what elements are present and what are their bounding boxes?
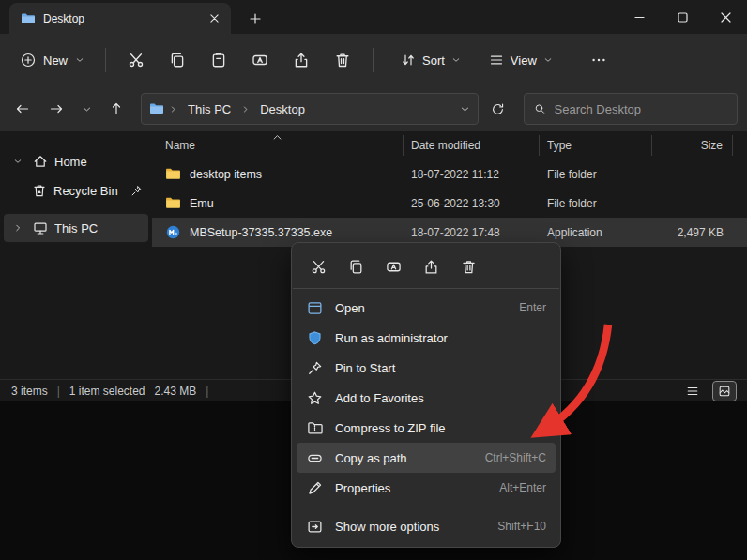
pin-icon [130,185,143,197]
close-button[interactable] [704,0,747,34]
new-tab-button[interactable] [244,8,267,30]
folder-tab-icon [21,11,36,26]
maximize-button[interactable] [661,0,704,34]
context-menu-item-add-to-favorites[interactable]: Add to Favorites [297,383,556,413]
file-name: MBSetup-37335.37335.exe [190,226,332,239]
arrow-up-icon [109,101,124,116]
sidebar-gap [0,205,152,213]
column-header-size[interactable]: Size [652,135,733,156]
context-menu-item-compress-to-zip[interactable]: Compress to ZIP file [297,413,556,443]
file-size [652,159,733,189]
close-icon [721,12,731,23]
context-menu-item-properties[interactable]: Properties Alt+Enter [297,473,556,503]
sort-icon [401,53,416,68]
refresh-button[interactable] [482,94,512,124]
context-menu-icon-row [292,247,560,287]
menu-item-label: Compress to ZIP file [335,421,534,435]
chevron-right-icon [241,105,250,114]
selection-count: 1 item selected [69,385,145,398]
plus-circle-icon [21,53,36,68]
pin-icon [306,360,323,376]
context-menu-item-pin-to-start[interactable]: Pin to Start [297,353,556,383]
chevron-down-icon [13,157,23,166]
share-button[interactable] [281,41,322,79]
cut-button[interactable] [115,41,157,79]
cut-button[interactable] [303,251,334,281]
paste-icon [210,52,227,68]
navigation-bar: This PC Desktop [0,86,747,131]
details-view-button[interactable] [681,382,704,401]
folder-icon [165,166,181,182]
large-icons-view-button[interactable] [713,382,736,401]
copy-icon [348,259,364,275]
share-button[interactable] [416,251,447,281]
column-header-date-modified[interactable]: Date modified [404,135,540,156]
monitor-icon [33,220,48,235]
search-box[interactable] [524,93,738,125]
file-name: Emu [190,197,214,210]
forward-button[interactable] [41,94,71,124]
up-button[interactable] [101,94,131,124]
paste-button[interactable] [198,41,239,79]
open-icon [306,300,323,316]
shield-icon [306,330,323,346]
rename-button[interactable] [378,251,409,281]
sidebar-item-home[interactable]: Home [4,147,148,175]
desktop-background: Desktop [0,0,747,560]
back-button[interactable] [8,94,38,124]
breadcrumb-desktop[interactable]: Desktop [254,99,311,119]
chevron-down-icon [75,55,84,65]
explorer-tab[interactable]: Desktop [9,3,231,34]
delete-button[interactable] [453,251,484,281]
view-dropdown[interactable]: View [479,44,563,76]
context-menu: Open Enter Run as administrator Pin to S… [291,242,561,548]
copy-path-icon [306,450,323,466]
home-icon [33,154,48,169]
tab-close-button[interactable] [203,8,225,30]
trash-icon [461,259,477,275]
context-menu-item-run-as-administrator[interactable]: Run as administrator [297,323,556,353]
file-row[interactable]: desktop items 18-07-2022 11:12 File fold… [152,159,747,189]
file-row[interactable]: Emu 25-06-2022 13:30 File folder [152,189,747,218]
more-options-button[interactable] [580,41,617,79]
menu-item-label: Open [335,301,507,315]
rename-button[interactable] [239,41,281,79]
sidebar-item-this-pc[interactable]: This PC [4,214,148,242]
maximize-icon [678,12,688,23]
item-count: 3 items [11,385,48,398]
sort-dropdown[interactable]: Sort [390,44,471,76]
context-menu-item-copy-as-path[interactable]: Copy as path Ctrl+Shift+C [297,443,556,473]
search-input[interactable] [555,102,727,116]
file-name: desktop items [190,168,262,181]
status-separator: | [57,385,60,398]
copy-button[interactable] [341,251,372,281]
context-menu-item-open[interactable]: Open Enter [297,293,556,323]
file-type: File folder [540,159,652,189]
toolbar-separator [105,48,106,72]
new-button[interactable]: New [9,44,96,76]
recent-locations-button[interactable] [75,94,98,124]
chevron-down-icon[interactable] [460,104,470,114]
details-view-icon [686,385,699,398]
column-header-type[interactable]: Type [540,135,652,156]
sidebar-item-recycle-bin[interactable]: Recycle Bin [4,176,148,204]
status-separator: | [206,385,208,398]
ellipsis-icon [590,52,607,68]
show-more-icon [306,519,323,535]
menu-separator [301,507,551,507]
delete-button[interactable] [322,41,363,79]
menu-item-label: Properties [335,481,487,495]
minimize-button[interactable] [617,0,661,34]
large-icons-view-icon [718,385,731,398]
copy-button[interactable] [157,41,198,79]
expander[interactable] [9,157,26,166]
context-menu-item-show-more-options[interactable]: Show more options Shift+F10 [297,511,556,541]
breadcrumb-this-pc[interactable]: This PC [182,99,236,119]
sidebar-item-label: This PC [54,221,143,235]
location-folder-icon [149,101,164,116]
expander[interactable] [9,223,26,233]
view-icon [489,53,504,68]
address-bar[interactable]: This PC Desktop [141,93,479,125]
cut-icon [128,52,145,68]
trash-icon [334,52,351,68]
